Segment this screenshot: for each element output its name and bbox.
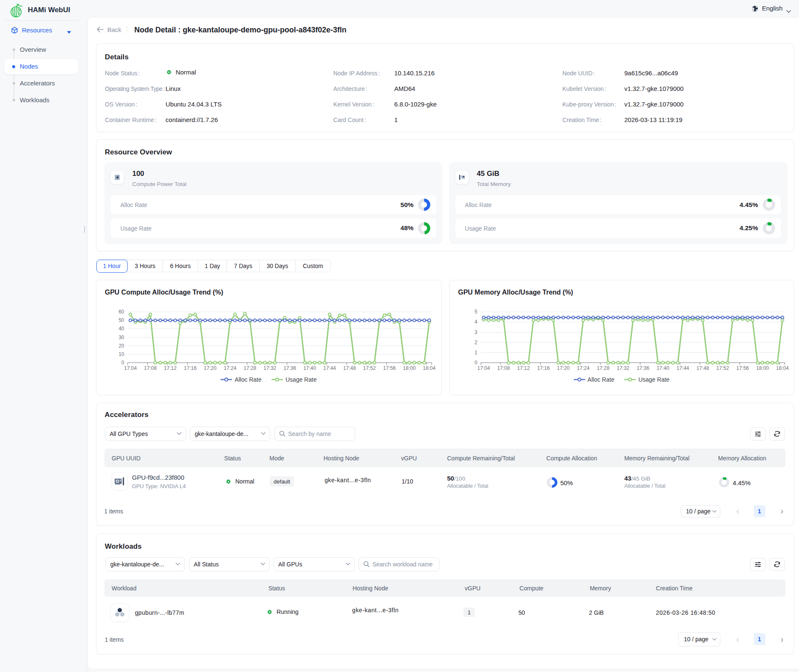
svg-text:17:28: 17:28 (244, 365, 256, 371)
svg-text:17:36: 17:36 (283, 365, 296, 371)
svg-text:17:28: 17:28 (597, 365, 610, 371)
svg-text:17:32: 17:32 (617, 365, 629, 371)
svg-text:2: 2 (475, 339, 478, 345)
svg-text:17:56: 17:56 (383, 365, 396, 371)
svg-text:1: 1 (475, 349, 478, 355)
svg-text:17:08: 17:08 (144, 365, 157, 371)
svg-text:60: 60 (119, 309, 125, 315)
svg-text:10: 10 (119, 351, 125, 357)
svg-text:20: 20 (119, 343, 125, 348)
svg-text:17:16: 17:16 (184, 365, 197, 371)
svg-text:17:04: 17:04 (477, 365, 490, 371)
svg-text:17:12: 17:12 (164, 365, 176, 371)
svg-text:17:40: 17:40 (304, 365, 316, 371)
svg-text:17:36: 17:36 (637, 365, 650, 371)
svg-text:17:48: 17:48 (696, 365, 709, 371)
svg-text:17:52: 17:52 (716, 365, 729, 371)
svg-text:17:24: 17:24 (224, 365, 236, 371)
svg-text:17:08: 17:08 (497, 365, 510, 371)
svg-text:17:04: 17:04 (124, 365, 137, 371)
svg-text:17:44: 17:44 (676, 365, 689, 371)
svg-text:18:00: 18:00 (403, 365, 415, 371)
svg-text:18:04: 18:04 (423, 365, 436, 371)
svg-text:17:12: 17:12 (517, 365, 530, 371)
svg-text:3: 3 (475, 329, 478, 335)
svg-text:17:20: 17:20 (557, 365, 570, 371)
svg-text:40: 40 (119, 326, 125, 332)
svg-text:17:56: 17:56 (736, 365, 749, 371)
svg-text:17:44: 17:44 (323, 365, 336, 371)
svg-text:17:16: 17:16 (537, 365, 550, 371)
svg-text:17:24: 17:24 (577, 365, 590, 371)
svg-text:50: 50 (119, 317, 125, 323)
svg-text:17:20: 17:20 (204, 365, 216, 371)
svg-text:18:04: 18:04 (776, 365, 789, 371)
svg-text:18:00: 18:00 (756, 365, 769, 371)
svg-text:17:48: 17:48 (343, 365, 356, 371)
svg-text:30: 30 (119, 334, 125, 340)
svg-text:4: 4 (475, 319, 478, 325)
svg-text:17:52: 17:52 (363, 365, 376, 371)
svg-text:5: 5 (475, 309, 478, 315)
svg-text:17:40: 17:40 (657, 365, 669, 371)
svg-text:17:32: 17:32 (264, 365, 276, 371)
